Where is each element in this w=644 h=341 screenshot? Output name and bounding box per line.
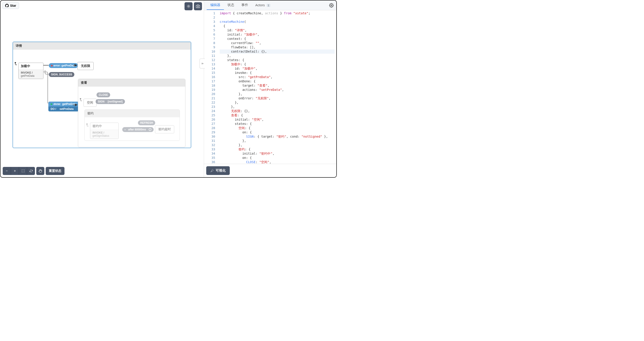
svg-point-5	[331, 5, 332, 6]
line-gutter: 1234567891011121314151617181920212223242…	[204, 10, 218, 164]
state-idle[interactable]: 空闲	[84, 99, 96, 107]
code-editor[interactable]: 1234567891011121314151617181920212223242…	[204, 10, 336, 164]
transition-sign-success[interactable]: SIGN_SUCCESS	[49, 72, 74, 77]
reset-zoom-button[interactable]	[27, 167, 35, 175]
initial-state-marker-icon	[86, 123, 90, 127]
state-loading-title: 加载中	[18, 63, 43, 70]
tab-editor[interactable]: 编辑器	[207, 1, 224, 10]
state-timeout[interactable]: 签约超时	[155, 125, 174, 133]
state-loading[interactable]: 加载中 INVOKE / getPreData	[18, 63, 44, 79]
transition-error[interactable]: error: getPreData	[49, 63, 78, 68]
state-loading-invoke: INVOKE / getPreData	[18, 70, 43, 79]
actors-badge: 1	[267, 4, 270, 7]
visualize-button[interactable]: 可视化	[206, 166, 230, 175]
github-icon	[5, 4, 9, 7]
state-idle-title: 空闲	[84, 99, 96, 106]
svg-point-4	[86, 123, 88, 125]
state-signing-invoke: INVOKE / getSignStatus	[90, 130, 118, 139]
github-star-button[interactable]: Star	[2, 2, 19, 9]
refresh-icon	[30, 169, 33, 173]
theme-toggle-button[interactable]	[184, 2, 192, 10]
editor-tabs: 编辑器 状态 事件 Actors 1	[204, 0, 336, 10]
reset-state-button[interactable]: 重置状态	[46, 167, 64, 175]
initial-state-marker-icon	[80, 98, 84, 102]
wand-icon	[210, 169, 214, 173]
tab-events[interactable]: 事件	[238, 1, 252, 10]
state-signing-parent-title: 签约	[85, 110, 180, 117]
editor-panel: 编辑器 状态 事件 Actors 1 123456789101112131415…	[204, 0, 336, 177]
pan-button[interactable]	[36, 167, 44, 175]
code-content[interactable]: import { createMachine, actions } from "…	[218, 10, 336, 164]
error-dot-icon	[51, 65, 52, 66]
svg-point-1	[197, 6, 198, 7]
initial-state-marker-icon	[14, 62, 18, 66]
state-view[interactable]: 查看 空闲 CLOSE SIGN [notSigned]	[78, 79, 186, 147]
machine-root[interactable]: 详情 加载中 INVOKE / getPreData error: getPre…	[12, 42, 191, 148]
zoom-in-button[interactable]: +	[11, 167, 19, 175]
camera-icon	[196, 4, 200, 8]
snapshot-button[interactable]	[194, 2, 202, 10]
fit-button[interactable]	[19, 167, 27, 175]
zoom-out-button[interactable]: −	[3, 167, 11, 175]
tab-state[interactable]: 状态	[224, 1, 238, 10]
clock-icon	[149, 128, 151, 131]
state-signing-parent[interactable]: 签约 签约中 INVOKE / getSignStatus	[84, 109, 180, 141]
transition-after[interactable]: ● after 60000ms	[122, 127, 154, 132]
state-signing[interactable]: 签约中 INVOKE / getSignStatus	[90, 123, 119, 139]
collapse-panel-button[interactable]	[200, 59, 205, 68]
done-dot-icon	[50, 103, 52, 105]
visualizer-panel: Star 详情 加载中 INVOKE / getPreData	[0, 0, 204, 177]
svg-point-3	[80, 98, 81, 100]
hand-icon	[38, 169, 42, 173]
state-timeout-title: 签约超时	[155, 125, 174, 133]
svg-point-2	[15, 62, 16, 63]
transition-done[interactable]: done: getPreData DO / setPreData	[48, 102, 78, 111]
state-chart-canvas[interactable]: 详情 加载中 INVOKE / getPreData error: getPre…	[0, 0, 204, 177]
transition-close[interactable]: CLOSE	[96, 92, 110, 97]
star-label: Star	[10, 4, 16, 7]
state-view-title: 查看	[78, 79, 185, 87]
transition-sign[interactable]: SIGN [notSigned]	[96, 99, 125, 104]
fit-icon	[22, 169, 25, 173]
state-no-permission[interactable]: 无权限	[78, 62, 94, 70]
chevron-right-double-icon	[201, 62, 204, 65]
svg-point-0	[188, 5, 189, 7]
state-signing-title: 签约中	[90, 123, 118, 130]
settings-icon[interactable]	[329, 3, 334, 7]
machine-title: 详情	[13, 42, 191, 50]
sun-icon	[186, 4, 190, 8]
tab-actors[interactable]: Actors 1	[252, 1, 274, 10]
transition-refresh[interactable]: REFRESH	[138, 120, 155, 125]
state-no-permission-title: 无权限	[78, 62, 94, 70]
zoom-controls: − +	[3, 167, 35, 175]
